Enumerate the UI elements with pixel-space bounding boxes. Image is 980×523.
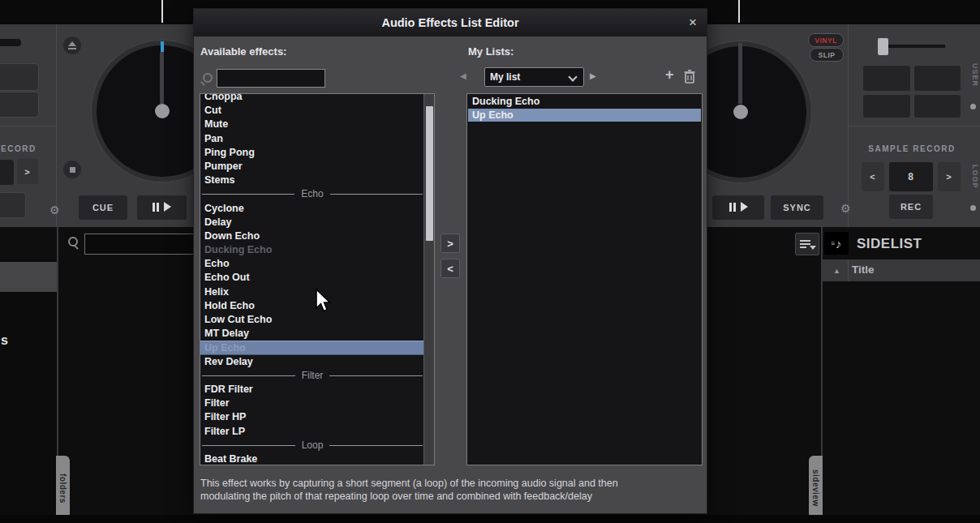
pitch-slider-left[interactable] — [0, 39, 21, 46]
eject-icon — [68, 41, 76, 49]
effect-item[interactable]: Choppa — [200, 93, 424, 104]
performance-pad[interactable] — [862, 94, 911, 118]
next-list-icon[interactable]: ▶ — [590, 71, 596, 80]
volume-slider-handle[interactable] — [878, 38, 888, 55]
user-tab-label[interactable]: USER — [971, 63, 979, 87]
add-to-list-button[interactable]: > — [441, 234, 460, 253]
waveform-position-marker-right — [738, 0, 740, 23]
sample-next-button[interactable]: > — [938, 162, 961, 191]
play-pause-button-left[interactable] — [137, 195, 187, 220]
effects-scrollbar-thumb[interactable] — [426, 106, 433, 241]
effect-item[interactable]: Hold Echo — [200, 299, 424, 313]
effects-search-input[interactable] — [217, 69, 325, 88]
effect-item[interactable]: Pumper — [200, 160, 424, 174]
my-lists-dropdown[interactable]: My list — [484, 67, 584, 87]
rec-button[interactable]: REC — [889, 195, 933, 219]
folder-name-partial[interactable]: s — [1, 333, 8, 348]
effect-item[interactable]: Rev Delay — [200, 355, 424, 369]
effect-item[interactable]: Stems — [200, 174, 424, 187]
pause-play-icon — [153, 202, 171, 213]
cue-button[interactable]: CUE — [79, 195, 127, 220]
search-icon — [68, 237, 78, 250]
effect-item[interactable]: Filter LP — [200, 425, 424, 439]
title-column-label[interactable]: Title — [852, 264, 875, 276]
effect-item[interactable]: Echo Out — [200, 271, 424, 285]
eject-button[interactable] — [63, 36, 81, 54]
audio-effects-list-editor-dialog: Audio Effects List Editor × Available ef… — [193, 8, 707, 514]
effect-item[interactable]: Pan — [200, 132, 424, 146]
sample-count-display: 8 — [889, 162, 933, 191]
gear-icon[interactable]: ⚙ — [49, 204, 60, 216]
gear-icon[interactable]: ⚙ — [840, 203, 851, 214]
sample-record-label-right: SAMPLE RECORD — [855, 144, 969, 153]
sync-button[interactable]: SYNC — [771, 195, 823, 220]
my-list-item[interactable]: Ducking Echo — [468, 95, 701, 109]
available-effects-list[interactable]: ChoppaCutMutePanPing PongPumperStemsEcho… — [200, 93, 435, 465]
effect-description: This effect works by capturing a short s… — [200, 477, 702, 503]
selected-folder-row[interactable] — [0, 262, 57, 292]
loop-tab-label[interactable]: LOOP — [971, 165, 979, 189]
stop-button[interactable] — [63, 161, 81, 178]
jog-center-hub — [733, 105, 748, 119]
prev-list-icon[interactable]: ◀ — [460, 71, 466, 80]
effect-item[interactable]: Low Cut Echo — [200, 313, 424, 327]
vinyl-mode-badge[interactable]: VINYL — [808, 33, 844, 47]
bottom-bar — [0, 515, 980, 523]
effect-item[interactable]: Filter — [200, 397, 424, 410]
effect-item[interactable]: Up Echo — [200, 341, 424, 354]
remove-from-list-button[interactable]: < — [441, 259, 460, 278]
effect-item[interactable]: Cyclone — [200, 202, 424, 216]
performance-pad[interactable] — [913, 65, 961, 92]
panel-seam — [56, 24, 57, 227]
slip-mode-badge[interactable]: SLIP — [810, 48, 844, 62]
trash-icon — [684, 70, 695, 84]
effect-item[interactable]: Cut — [200, 104, 424, 118]
play-pause-button-right[interactable] — [712, 195, 764, 220]
sample-pad[interactable] — [0, 63, 39, 91]
folders-tab[interactable]: folders — [56, 456, 70, 521]
my-list-box[interactable]: Ducking EchoUp Echo — [466, 93, 703, 465]
jog-position-needle — [160, 52, 164, 104]
sample-next-button[interactable]: > — [17, 159, 38, 184]
effect-item[interactable]: Filter HP — [200, 410, 424, 424]
effect-item[interactable]: FDR Filter — [200, 383, 424, 397]
effect-item[interactable]: Echo — [200, 257, 424, 271]
panel-seam — [0, 126, 56, 126]
effect-item[interactable]: MT Delay — [200, 327, 424, 341]
effect-item[interactable]: Helix — [200, 285, 424, 299]
add-list-button[interactable]: + — [665, 66, 674, 84]
effect-item[interactable]: Ping Pong — [200, 146, 424, 160]
effect-item[interactable]: Beat Brake — [200, 452, 424, 465]
performance-pad[interactable] — [913, 94, 961, 118]
effect-item[interactable]: Ducking Echo — [200, 243, 424, 257]
waveform-position-marker-left — [161, 0, 163, 23]
stop-icon — [70, 167, 75, 173]
effect-item[interactable]: Delay — [200, 216, 424, 229]
effect-group-separator: Loop — [200, 439, 424, 452]
effects-scrollbar-track[interactable] — [423, 94, 434, 465]
delete-list-button[interactable] — [684, 70, 695, 87]
rec-button-left[interactable] — [0, 192, 26, 218]
mouse-cursor — [316, 289, 333, 315]
sidelist-title: SIDELIST — [857, 236, 922, 252]
jog-position-needle — [738, 43, 742, 104]
jog-center-hub — [155, 104, 170, 118]
volume-slider-track[interactable] — [880, 45, 945, 48]
sample-prev-button[interactable]: < — [862, 162, 884, 191]
sidelist-icon: ≡♪ — [824, 232, 849, 255]
available-effects-label: Available effects: — [200, 45, 286, 58]
performance-pad[interactable] — [862, 65, 911, 92]
list-menu-icon — [800, 238, 810, 250]
sort-ascending-icon[interactable]: ▲ — [833, 267, 840, 276]
effect-item[interactable]: Mute — [200, 118, 424, 131]
list-options-button[interactable] — [795, 233, 819, 255]
close-icon[interactable]: × — [689, 15, 697, 31]
effect-item[interactable]: Down Echo — [200, 229, 424, 243]
panel-seam — [848, 126, 980, 126]
sidelist-column-header[interactable]: ▲ Title — [823, 259, 980, 281]
my-list-item[interactable]: Up Echo — [468, 109, 701, 122]
sample-pad[interactable] — [0, 92, 39, 118]
chevron-down-icon — [568, 72, 577, 81]
dialog-title: Audio Effects List Editor — [194, 16, 707, 29]
sideview-tab[interactable]: sideview — [809, 456, 823, 521]
